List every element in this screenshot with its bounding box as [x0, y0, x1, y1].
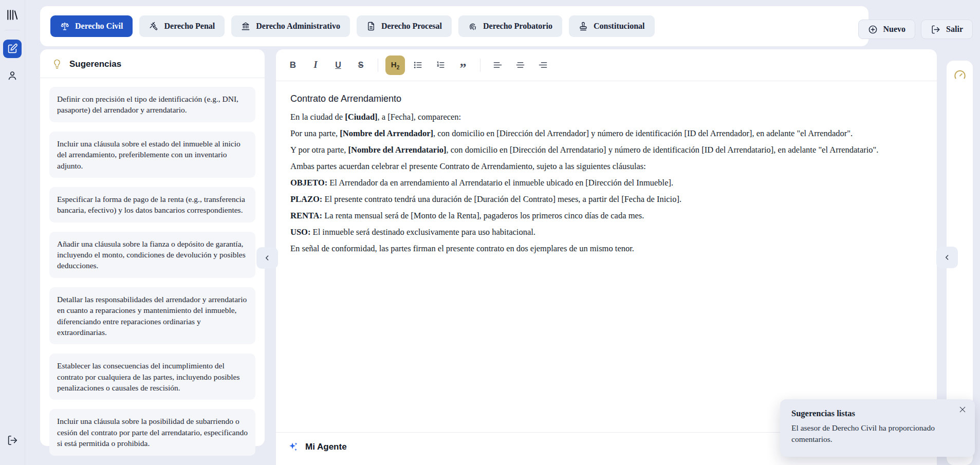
suggestions-panel: Sugerencias Definir con precisión el tip…	[40, 49, 265, 446]
sidebar-item-profile[interactable]	[3, 66, 22, 85]
blockquote-icon: ”	[460, 60, 467, 71]
align-right-icon	[538, 60, 548, 70]
action-label: Nuevo	[883, 25, 906, 34]
category-label: Derecho Penal	[164, 22, 215, 31]
align-center-button[interactable]	[510, 55, 530, 75]
underline-icon: U	[335, 61, 341, 70]
sparkles-icon	[287, 441, 299, 453]
document-paragraph[interactable]: Ambas partes acuerdan celebrar el presen…	[290, 160, 921, 172]
lightbulb-icon	[51, 59, 63, 70]
align-left-button[interactable]	[488, 55, 507, 75]
suggestion-card[interactable]: Establecer las consecuencias del incumpl…	[49, 354, 255, 400]
chevron-left-icon	[943, 253, 951, 262]
document-paragraph[interactable]: En señal de conformidad, las partes firm…	[290, 243, 921, 254]
bullet-list-button[interactable]	[408, 55, 428, 75]
category-chip-constitucional[interactable]: Constitucional	[569, 15, 655, 37]
category-label: Derecho Administrativo	[256, 22, 340, 31]
landmark-icon	[241, 22, 250, 31]
align-right-button[interactable]	[533, 55, 552, 75]
edit-icon	[7, 43, 18, 54]
close-icon[interactable]	[958, 405, 967, 414]
logout-icon	[7, 435, 18, 446]
suggestion-card[interactable]: Especificar la forma de pago de la renta…	[49, 187, 255, 222]
blockquote-button[interactable]: ”	[453, 55, 473, 75]
document-paragraph[interactable]: RENTA: La renta mensual será de [Monto d…	[290, 210, 921, 221]
user-icon	[7, 70, 18, 81]
category-label: Derecho Probatorio	[483, 22, 552, 31]
suggestion-card[interactable]: Detallar las responsabilidades del arren…	[49, 287, 255, 345]
italic-icon: I	[313, 60, 317, 70]
category-chip-derecho-probatorio[interactable]: Derecho Probatorio	[458, 15, 562, 37]
category-chips: Derecho CivilDerecho PenalDerecho Admini…	[50, 15, 655, 37]
align-left-icon	[493, 60, 503, 70]
chevron-left-icon	[263, 254, 271, 262]
category-chip-derecho-administrativo[interactable]: Derecho Administrativo	[231, 15, 350, 37]
heading-2-button[interactable]: H2	[385, 55, 405, 75]
logout-icon	[931, 25, 940, 34]
bullet-list-icon	[413, 60, 423, 70]
header-actions: NuevoSalir	[858, 20, 973, 39]
gavel-icon	[149, 22, 158, 31]
suggestion-card[interactable]: Añadir una cláusula sobre la fianza o de…	[49, 232, 255, 278]
toast-notification: Sugerencias listas El asesor de Derecho …	[780, 399, 975, 457]
heading-2-icon: H2	[391, 60, 399, 70]
collapse-suggestions-button[interactable]	[256, 247, 278, 269]
suggestions-header: Sugerencias	[40, 49, 265, 78]
toolbar-separator	[480, 59, 480, 72]
suggestions-title: Sugerencias	[69, 59, 121, 69]
italic-button[interactable]: I	[306, 55, 325, 75]
document-paragraph[interactable]: PLAZO: El presente contrato tendrá una d…	[290, 193, 921, 205]
category-label: Derecho Procesal	[381, 22, 442, 31]
salir-button[interactable]: Salir	[921, 20, 973, 39]
category-chip-derecho-procesal[interactable]: Derecho Procesal	[357, 15, 452, 37]
scales-icon	[60, 22, 69, 31]
document-paragraph[interactable]: Y por otra parte, [Nombre del Arrendatar…	[290, 144, 921, 156]
category-label: Constitucional	[594, 22, 645, 31]
logout-button[interactable]	[3, 431, 22, 450]
file-text-icon	[366, 22, 376, 31]
toast-body: El asesor de Derecho Civil ha proporcion…	[791, 422, 957, 444]
document-paragraph[interactable]: Por una parte, [Nombre del Arrendador], …	[290, 127, 921, 139]
align-center-icon	[515, 60, 525, 70]
agent-label: Mi Agente	[305, 442, 347, 452]
category-label: Derecho Civil	[75, 22, 123, 31]
category-bar: Derecho CivilDerecho PenalDerecho Admini…	[40, 6, 868, 46]
nuevo-button[interactable]: Nuevo	[858, 20, 916, 39]
document-title[interactable]: Contrato de Arrendamiento	[290, 94, 921, 104]
icon-rail	[0, 0, 25, 465]
document-body[interactable]: En la ciudad de [Ciudad], a [Fecha], com…	[290, 111, 921, 254]
library-icon	[6, 8, 19, 22]
collapse-right-panel-button[interactable]	[936, 247, 958, 268]
underline-button[interactable]: U	[328, 55, 348, 75]
action-label: Salir	[946, 25, 963, 34]
suggestion-card[interactable]: Incluir una cláusula sobre el estado del…	[49, 132, 255, 178]
circle-plus-icon	[868, 25, 878, 34]
document-paragraph[interactable]: OBJETO: El Arrendador da en arrendamient…	[290, 177, 921, 189]
suggestion-card[interactable]: Definir con precisión el tipo de identif…	[49, 87, 255, 122]
document-paragraph[interactable]: En la ciudad de [Ciudad], a [Fecha], com…	[290, 111, 921, 123]
rail-divider	[5, 30, 20, 30]
stamp-icon	[579, 22, 588, 31]
document-paragraph[interactable]: USO: El inmueble será destinado exclusiv…	[290, 226, 921, 238]
suggestions-list: Definir con precisión el tipo de identif…	[40, 78, 265, 465]
category-chip-derecho-civil[interactable]: Derecho Civil	[50, 15, 133, 37]
strikethrough-icon: S	[358, 61, 364, 70]
ordered-list-icon	[436, 60, 446, 70]
category-chip-derecho-penal[interactable]: Derecho Penal	[139, 15, 225, 37]
ordered-list-button[interactable]	[431, 55, 450, 75]
editor-toolbar: BIUSH2”	[276, 49, 937, 81]
bold-icon: B	[290, 60, 296, 70]
strikethrough-button[interactable]: S	[351, 55, 371, 75]
suggestion-card[interactable]: Incluir una cláusula sobre la posibilida…	[49, 409, 255, 455]
sidebar-item-editor[interactable]	[3, 40, 22, 58]
document-area[interactable]: Contrato de Arrendamiento En la ciudad d…	[276, 81, 937, 254]
fingerprint-icon	[468, 22, 477, 31]
toast-title: Sugerencias listas	[791, 408, 964, 419]
bold-button[interactable]: B	[283, 55, 303, 75]
toolbar-separator	[378, 59, 378, 72]
